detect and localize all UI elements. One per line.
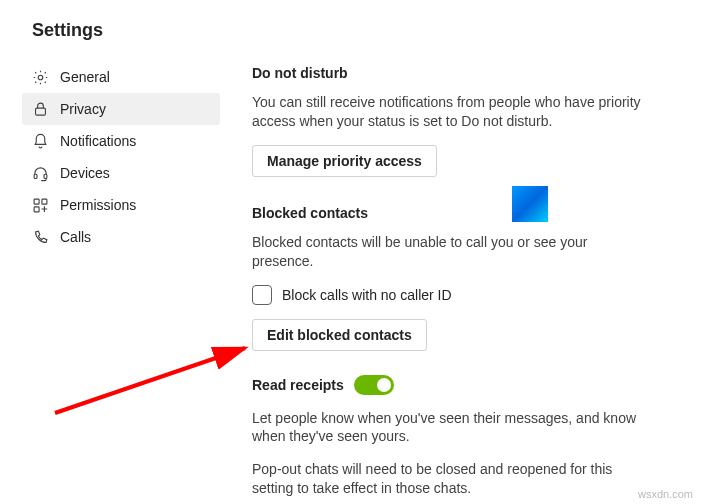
edit-blocked-contacts-button[interactable]: Edit blocked contacts (252, 319, 427, 351)
sidebar-item-calls[interactable]: Calls (22, 221, 220, 253)
gear-icon (30, 67, 50, 87)
settings-sidebar: General Privacy Notifications (22, 61, 220, 504)
svg-rect-6 (34, 206, 39, 211)
sidebar-item-label: Calls (60, 229, 91, 245)
sidebar-item-label: Permissions (60, 197, 136, 213)
read-receipts-toggle[interactable] (354, 375, 394, 395)
svg-rect-5 (41, 199, 46, 204)
svg-rect-2 (34, 174, 37, 178)
sidebar-item-label: General (60, 69, 110, 85)
sidebar-item-label: Privacy (60, 101, 106, 117)
svg-rect-4 (34, 199, 39, 204)
blocked-contacts-title: Blocked contacts (252, 205, 650, 221)
sidebar-item-label: Notifications (60, 133, 136, 149)
blocked-contacts-description: Blocked contacts will be unable to call … (252, 233, 650, 271)
svg-rect-3 (44, 174, 47, 178)
dnd-title: Do not disturb (252, 65, 650, 81)
read-receipts-description-2: Pop-out chats will need to be closed and… (252, 460, 650, 498)
lock-icon (30, 99, 50, 119)
read-receipts-description-1: Let people know when you've seen their m… (252, 409, 650, 447)
decorative-square-icon (512, 186, 548, 222)
sidebar-item-privacy[interactable]: Privacy (22, 93, 220, 125)
manage-priority-access-button[interactable]: Manage priority access (252, 145, 437, 177)
sidebar-item-notifications[interactable]: Notifications (22, 125, 220, 157)
watermark: wsxdn.com (638, 488, 693, 500)
bell-icon (30, 131, 50, 151)
svg-rect-1 (35, 108, 45, 115)
page-title: Settings (0, 0, 701, 41)
block-no-caller-id-label: Block calls with no caller ID (282, 287, 452, 303)
read-receipts-title: Read receipts (252, 377, 344, 393)
checkbox-icon[interactable] (252, 285, 272, 305)
sidebar-item-permissions[interactable]: Permissions (22, 189, 220, 221)
phone-icon (30, 227, 50, 247)
dnd-description: You can still receive notifications from… (252, 93, 650, 131)
sidebar-item-general[interactable]: General (22, 61, 220, 93)
svg-point-0 (38, 75, 43, 80)
block-no-caller-id-row[interactable]: Block calls with no caller ID (252, 285, 650, 305)
settings-content: Do not disturb You can still receive not… (220, 61, 650, 504)
apps-icon (30, 195, 50, 215)
headset-icon (30, 163, 50, 183)
sidebar-item-label: Devices (60, 165, 110, 181)
sidebar-item-devices[interactable]: Devices (22, 157, 220, 189)
